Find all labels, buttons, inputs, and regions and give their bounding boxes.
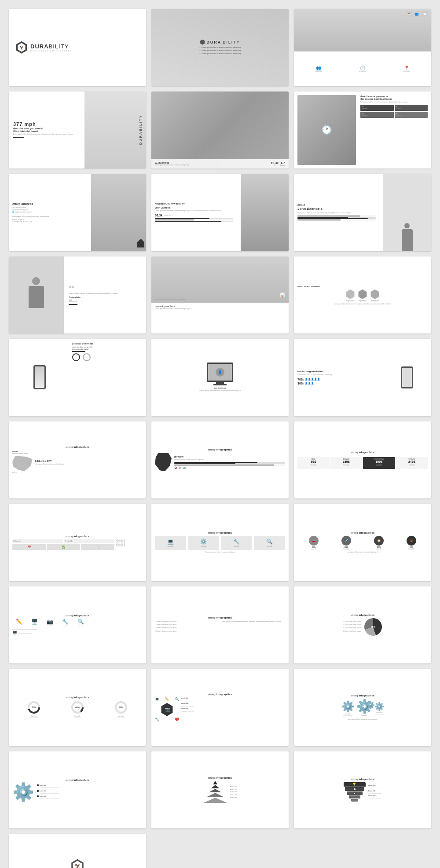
slide-infographic-europe: strong infographics europe Lorem ipsum d… <box>9 421 146 499</box>
slide-infographic-germany: strong infographics germany Lorem ipsum … <box>151 421 289 499</box>
pyramid-visual <box>203 781 227 803</box>
slide-speed-stat: DURABILITY 377 mph describe what you wan… <box>9 92 146 169</box>
circle3: 🏠 <box>374 536 384 546</box>
germany-label: germany <box>174 455 285 458</box>
price-professional: PROFESSIONAL 199$ For Packagefirst featu… <box>363 457 395 469</box>
slide-donut-charts: strong infographics 70% Insert title Lor… <box>9 669 146 746</box>
slide-keyboard: 01. insert title Lorem ipsum dolor sit a… <box>151 92 289 169</box>
location-pin <box>137 239 144 248</box>
event-date: November 7th, New York, NY <box>155 202 233 205</box>
donut1: ○ <box>72 353 80 361</box>
monitor-stand <box>213 384 227 385</box>
brand-bility: BILITY <box>49 43 69 50</box>
slide-checklist: strong infographics ☐ Insert title lorem… <box>151 586 289 664</box>
price-basic: BASIC 99$ For Packagefirst featurefirst … <box>297 457 330 469</box>
slide2-title: DURA <box>206 40 221 44</box>
phone-mockup <box>33 365 46 389</box>
inf10-title: strong infographics <box>12 696 143 699</box>
icon-wrench: 🔧 <box>59 619 72 625</box>
pricing-table: BASIC 99$ For Packagefirst featurefirst … <box>297 457 428 469</box>
accent-line <box>13 137 24 138</box>
project-label: project goes here <box>155 305 285 308</box>
brand-tagline: presentation template <box>30 50 72 52</box>
product-title: product overview <box>72 342 143 345</box>
germany-map <box>155 453 172 471</box>
vertical-durability: DURABILITY <box>139 115 143 145</box>
icon-camera: 📷 <box>43 619 56 625</box>
inf4-title: strong infographics <box>12 535 143 538</box>
inf2-title: strong infographics <box>155 448 285 451</box>
chart-icon: 📊 <box>280 293 285 297</box>
inf14-title: strong infographics <box>208 776 232 779</box>
monitor-face: 👤 <box>216 368 224 377</box>
clock-emoji: 🕐 <box>321 125 332 135</box>
slide-pyramid: strong infographics ■ Insert title ■ Ins… <box>151 751 289 829</box>
circle2: ✈️ <box>341 536 351 546</box>
inf5-title: strong infographics <box>208 531 232 534</box>
inf8-title: strong infographics <box>155 616 285 619</box>
slide-market: market segmentation Lorem ipsum dolor si… <box>294 339 431 416</box>
about-name: John Daendels <box>297 207 376 211</box>
icon-magnifier: 🔍 <box>74 619 87 625</box>
single-gear-large: ⚙️ <box>12 783 34 801</box>
inf1-title: strong infographics <box>12 446 143 448</box>
slide-hex-icons: strong infographics 📷 ✏️ 🔧 ❤️ 💻 🔍 Insert… <box>151 669 289 746</box>
price-advance: ADVANCE 149$ For Packagefirst featurefir… <box>330 457 363 469</box>
slide-icons-header: 👥 insert title 🕐 insert title 📍 insert t… <box>294 9 431 86</box>
icon-gear-sq: ⚙️ <box>191 538 216 545</box>
person-photo <box>29 286 44 308</box>
speed-stat: 377 mph <box>13 121 84 127</box>
icon-monitor-bottom: 🖥️ <box>12 631 17 635</box>
icon-location: 📍 <box>403 66 410 70</box>
slide-funnel: strong infographics 💡 Insert title Lorem <box>294 751 431 829</box>
center-hex: 📷 <box>161 703 174 716</box>
slide-project: Lorem ipsum dolor sit amet consectetur 📊… <box>151 256 289 334</box>
top-icon3: 🕐 <box>422 11 428 17</box>
slide-product: product overview describe what you want … <box>9 339 146 416</box>
gear-left: ⚙️ <box>341 700 355 713</box>
km-stat: 643.801 km² <box>35 459 143 462</box>
slide-logo: 🦅 DURA BILITY presentation template <box>9 9 146 86</box>
donut2: ○ <box>83 353 91 361</box>
team-title: meet team creator <box>297 285 320 288</box>
check2: Lorem ipsum dolor sit amet consectetur a… <box>199 49 241 51</box>
slide-office-address: office address 987 Our New Street 📧 info… <box>9 174 146 251</box>
inf7-title: strong infographics <box>12 614 143 617</box>
slide-team: meet team creator Sophie Keem Sophie Kee… <box>294 256 431 334</box>
slide-icons-infographic3: strong infographics ✏️ Insert title Lore… <box>9 586 146 664</box>
slide-icons-infographic2: strong infographics 💻 Insert title ⚙️ In… <box>151 504 289 581</box>
slide-gears: strong infographics ⚙️ Insert title Lore… <box>294 669 431 746</box>
team-avatar-3 <box>370 289 380 299</box>
top-icon2: 👥 <box>414 11 420 17</box>
market-title: market segmentation <box>297 370 376 373</box>
inf15-title: strong infographics <box>351 778 374 780</box>
slide-clock: 🕐 describe what you want inthis desktop … <box>294 92 431 169</box>
circle1: 🚗 <box>309 536 319 546</box>
inf12-title: strong infographics <box>351 694 374 697</box>
check1: Lorem ipsum dolor sit amet consectetur a… <box>199 46 241 48</box>
slide-pricing: strong infographics BASIC 99$ For Packag… <box>294 421 431 499</box>
icon-search: 🔍 <box>257 538 282 545</box>
tablet-mockup <box>401 366 413 388</box>
logo-row: 🦅 DURA BILITY presentation template <box>15 41 72 54</box>
slide-pie-chart: strong infographics ☐ Insert title lorem… <box>294 586 431 664</box>
pie-percentage: 45% <box>371 626 375 628</box>
slide-table-infographic: strong infographics 📋 Insert title 📋 Ins… <box>9 504 146 581</box>
team-avatar-1 <box>345 289 355 299</box>
price-ultimate: ULTIMATE 249$ For Packagefirst featurefi… <box>396 457 428 469</box>
icon-clock: 🕐 <box>359 66 366 70</box>
small-hex-icon <box>200 40 205 45</box>
icon-monitor: 🖥️ <box>28 619 41 625</box>
slide-desktop: 👤 our desktop Lorem ipsum dolor sit amet… <box>151 339 289 416</box>
slides-grid: 🦅 DURA BILITY presentation template DURA… <box>9 9 431 868</box>
slide-thank-you: 🦅 THANK YOU Lorem ipsum dolor sit amet <box>9 834 146 868</box>
inf13-title: strong infographics <box>12 779 143 781</box>
team-avatar-2 <box>358 289 367 299</box>
circle4: 💼 <box>407 536 416 546</box>
thank-you-logo: 🦅 <box>70 859 84 868</box>
icon-laptop: 💻 <box>158 538 183 545</box>
inf11-title: strong infographics <box>155 693 285 696</box>
icon-people: 👥 <box>315 66 322 70</box>
funnel-visual: 💡 <box>344 782 366 802</box>
inf9-title: strong infographics <box>351 614 374 616</box>
